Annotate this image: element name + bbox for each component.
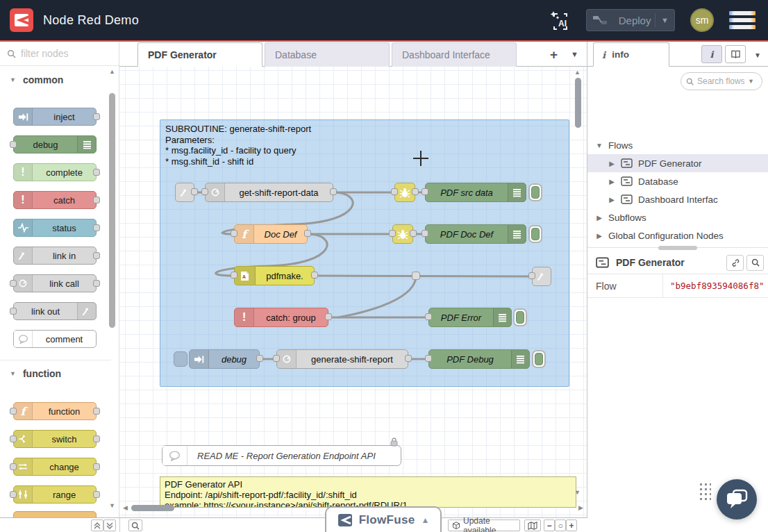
palette-scroll-up[interactable]: ▲: [109, 68, 115, 75]
node-doc-def[interactable]: f Doc Def: [234, 224, 308, 244]
port[interactable]: [410, 230, 417, 237]
wire[interactable]: [338, 276, 416, 317]
port[interactable]: [304, 230, 311, 237]
node-generate-shift-report[interactable]: generate-shift-report: [276, 349, 408, 369]
port[interactable]: [10, 308, 17, 315]
node-pdf-src-data[interactable]: PDF src data: [425, 183, 526, 202]
inject-button[interactable]: [174, 351, 187, 367]
category-function[interactable]: ▼ function: [0, 368, 119, 379]
node-get-shift-report-data[interactable]: get-shift-report-data: [205, 183, 333, 202]
palette-scrollbar[interactable]: [109, 93, 115, 328]
palette-filter[interactable]: [0, 42, 119, 66]
port[interactable]: [93, 280, 100, 287]
canvas-scroll-left[interactable]: ◀: [123, 504, 128, 511]
node-link-in[interactable]: [175, 183, 194, 202]
port[interactable]: [231, 230, 237, 237]
tab-pdf-generator[interactable]: PDF Generator: [137, 42, 262, 67]
tree-item-pdf-generator[interactable]: ▶ PDF Generator: [587, 154, 768, 172]
port[interactable]: [10, 491, 17, 498]
search-flows-box[interactable]: ▼: [681, 72, 762, 90]
palette-node-debug[interactable]: debug: [13, 135, 97, 153]
debug-toggle-button[interactable]: [528, 225, 542, 243]
splitter-grip[interactable]: [658, 246, 697, 250]
port[interactable]: [10, 435, 17, 442]
port[interactable]: [425, 355, 432, 362]
port[interactable]: [325, 313, 332, 320]
category-common[interactable]: ▼ common: [0, 74, 119, 85]
tab-database[interactable]: Database: [265, 42, 390, 67]
node-pdf-debug[interactable]: PDF Debug: [428, 349, 530, 369]
palette-node-change[interactable]: change: [13, 458, 97, 476]
port[interactable]: [425, 313, 432, 320]
port[interactable]: [421, 230, 428, 237]
node-link-out[interactable]: [532, 267, 551, 286]
port[interactable]: [10, 408, 17, 415]
flow-canvas[interactable]: SUBROUTINE: generate-shift-report Parame…: [119, 67, 587, 517]
canvas-scroll-up[interactable]: ▲: [574, 69, 581, 76]
deploy-button[interactable]: Deploy ▼: [586, 9, 675, 31]
port[interactable]: [273, 355, 280, 362]
palette-node-range[interactable]: range: [13, 485, 97, 504]
port[interactable]: [93, 197, 100, 203]
node-pdfmake[interactable]: A pdfmake.: [234, 266, 315, 285]
node-catch-group[interactable]: ! catch: group: [234, 308, 328, 327]
port[interactable]: [231, 272, 237, 279]
port[interactable]: [10, 280, 17, 287]
port[interactable]: [391, 188, 398, 195]
port[interactable]: [191, 188, 198, 195]
zoom-reset-button[interactable]: ○: [555, 519, 566, 531]
canvas-hscrollbar[interactable]: [131, 505, 174, 511]
flow-list-caret[interactable]: ▼: [571, 50, 578, 58]
palette-collapse-all-button[interactable]: [91, 519, 103, 531]
wire[interactable]: [315, 276, 531, 276]
update-available-button[interactable]: Update available: [448, 519, 520, 531]
port[interactable]: [389, 230, 396, 237]
widget-grip-dots-icon[interactable]: [699, 482, 711, 501]
node-bug-1[interactable]: [394, 183, 415, 202]
ai-assistant-icon[interactable]: AI: [547, 8, 571, 32]
port[interactable]: [93, 463, 100, 470]
port[interactable]: [10, 141, 17, 148]
sidebar-splitter[interactable]: [587, 247, 768, 248]
tree-global-config[interactable]: ▶ Global Configuration Nodes: [587, 226, 768, 244]
tree-subflows[interactable]: ▶ Subflows: [587, 208, 768, 226]
debug-toggle-button[interactable]: [513, 308, 527, 326]
tab-dashboard-interface[interactable]: Dashboard Interface: [392, 42, 517, 67]
port[interactable]: [93, 252, 100, 259]
port[interactable]: [412, 188, 419, 195]
palette-scroll-down[interactable]: ▼: [109, 502, 115, 509]
zoom-out-button[interactable]: −: [544, 519, 555, 531]
help-book-button[interactable]: [725, 45, 746, 63]
port[interactable]: [528, 272, 535, 279]
palette-node-link-in[interactable]: link in: [13, 247, 97, 265]
palette-node-link-out[interactable]: link out: [13, 302, 97, 320]
port[interactable]: [405, 355, 412, 362]
port[interactable]: [10, 463, 17, 470]
palette-node-comment[interactable]: comment: [13, 330, 97, 348]
palette-node-inject[interactable]: inject: [13, 108, 97, 126]
add-flow-button[interactable]: +: [550, 47, 558, 63]
deploy-options-caret[interactable]: ▼: [655, 13, 669, 27]
zoom-in-button[interactable]: +: [566, 519, 577, 531]
port[interactable]: [421, 188, 428, 195]
palette-node-link-call[interactable]: link call: [13, 274, 97, 292]
tab-info[interactable]: i info: [593, 42, 669, 67]
canvas-vscrollbar[interactable]: [575, 78, 581, 128]
search-node-button[interactable]: [746, 255, 764, 271]
main-menu-icon[interactable]: [729, 11, 756, 29]
node-inject-debug[interactable]: debug: [189, 349, 260, 369]
node-readme-comment[interactable]: READ ME - Report Generation Endpoint API: [162, 445, 401, 466]
palette-node-status[interactable]: status: [13, 219, 97, 237]
copy-link-button[interactable]: [726, 255, 744, 271]
navigator-map-button[interactable]: [524, 519, 541, 531]
port[interactable]: [93, 169, 100, 176]
wire-junction[interactable]: [412, 272, 420, 280]
chat-widget-button[interactable]: [717, 479, 757, 519]
port[interactable]: [330, 188, 337, 195]
user-avatar[interactable]: sm: [690, 8, 714, 32]
port[interactable]: [311, 272, 318, 279]
port[interactable]: [93, 408, 100, 415]
canvas-scroll-right[interactable]: ▶: [578, 504, 583, 511]
canvas-search-button[interactable]: [128, 519, 142, 531]
debug-toggle-button[interactable]: [528, 183, 542, 201]
